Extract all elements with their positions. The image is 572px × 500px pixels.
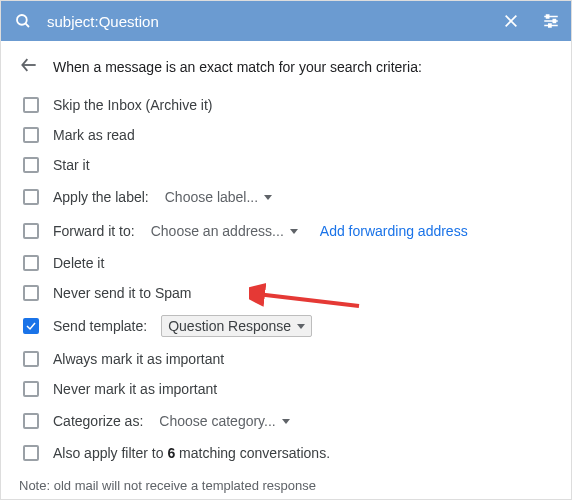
checkbox[interactable] — [23, 351, 39, 367]
checkbox[interactable] — [23, 97, 39, 113]
forward-address-select[interactable]: Choose an address... — [149, 221, 300, 241]
search-bar — [1, 1, 572, 41]
option-star[interactable]: Star it — [19, 150, 555, 180]
checkbox[interactable] — [23, 413, 39, 429]
svg-line-1 — [25, 23, 29, 27]
option-send-template[interactable]: Send template: Question Response — [19, 308, 555, 344]
svg-rect-9 — [549, 24, 551, 27]
option-label: Also apply filter to 6 matching conversa… — [53, 445, 330, 461]
select-value: Choose label... — [165, 189, 258, 205]
chevron-down-icon — [282, 419, 290, 424]
label-select[interactable]: Choose label... — [163, 187, 274, 207]
note-text: Note: old mail will not receive a templa… — [19, 478, 555, 493]
option-also-apply[interactable]: Also apply filter to 6 matching conversa… — [19, 438, 555, 468]
option-label: Mark as read — [53, 127, 135, 143]
close-icon[interactable] — [499, 9, 523, 33]
option-always-important[interactable]: Always mark it as important — [19, 344, 555, 374]
option-label: Apply the label: — [53, 189, 149, 205]
search-input[interactable] — [45, 12, 499, 31]
svg-rect-8 — [553, 20, 555, 23]
panel-title: When a message is an exact match for you… — [53, 59, 422, 75]
checkbox[interactable] — [23, 445, 39, 461]
footer: ? Learn more Create filter — [1, 493, 572, 500]
chevron-down-icon — [290, 229, 298, 234]
add-forwarding-link[interactable]: Add forwarding address — [320, 223, 468, 239]
select-value: Question Response — [168, 318, 291, 334]
search-icon — [11, 9, 35, 33]
option-label: Star it — [53, 157, 90, 173]
option-forward[interactable]: Forward it to: Choose an address... Add … — [19, 214, 555, 248]
category-select[interactable]: Choose category... — [157, 411, 291, 431]
checkbox[interactable] — [23, 223, 39, 239]
option-label: Skip the Inbox (Archive it) — [53, 97, 213, 113]
option-label: Send template: — [53, 318, 147, 334]
checkbox[interactable] — [23, 255, 39, 271]
chevron-down-icon — [264, 195, 272, 200]
checkbox[interactable] — [23, 157, 39, 173]
option-never-spam[interactable]: Never send it to Spam — [19, 278, 555, 308]
option-label: Never send it to Spam — [53, 285, 192, 301]
option-label: Delete it — [53, 255, 104, 271]
checkbox[interactable] — [23, 381, 39, 397]
select-value: Choose an address... — [151, 223, 284, 239]
template-select[interactable]: Question Response — [161, 315, 312, 337]
option-label: Categorize as: — [53, 413, 143, 429]
checkbox[interactable] — [23, 127, 39, 143]
chevron-down-icon — [297, 324, 305, 329]
option-label: Always mark it as important — [53, 351, 224, 367]
option-label: Never mark it as important — [53, 381, 217, 397]
option-never-important[interactable]: Never mark it as important — [19, 374, 555, 404]
checkbox[interactable] — [23, 318, 39, 334]
option-delete[interactable]: Delete it — [19, 248, 555, 278]
option-apply-label[interactable]: Apply the label: Choose label... — [19, 180, 555, 214]
filter-options-icon[interactable] — [539, 9, 563, 33]
option-skip-inbox[interactable]: Skip the Inbox (Archive it) — [19, 90, 555, 120]
svg-point-0 — [17, 15, 27, 25]
option-categorize[interactable]: Categorize as: Choose category... — [19, 404, 555, 438]
back-arrow-icon[interactable] — [19, 55, 39, 78]
select-value: Choose category... — [159, 413, 275, 429]
checkbox[interactable] — [23, 285, 39, 301]
option-mark-read[interactable]: Mark as read — [19, 120, 555, 150]
filter-actions-panel: When a message is an exact match for you… — [1, 41, 572, 493]
checkbox[interactable] — [23, 189, 39, 205]
svg-rect-7 — [547, 15, 549, 18]
option-label: Forward it to: — [53, 223, 135, 239]
